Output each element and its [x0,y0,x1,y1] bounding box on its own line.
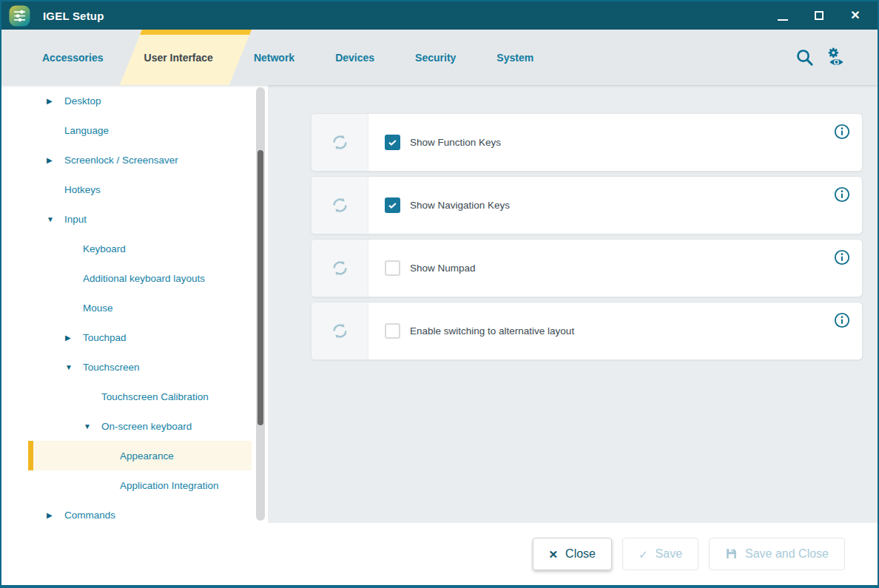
sidebar-item-label: Desktop [64,95,101,107]
setting-main: Show Navigation Keys [368,177,822,234]
sidebar-item-label: Mouse [83,303,113,314]
settings-panel: Show Function Keys [268,85,878,523]
reset-icon[interactable] [330,195,350,215]
search-icon[interactable] [795,47,815,67]
setting-main: Show Numpad [368,240,822,297]
sidebar-item-label: Touchscreen Calibration [101,391,209,402]
expand-arrow-icon[interactable]: ▶ [47,156,64,164]
sidebar-item-label: Application Integration [120,480,219,491]
tab-security[interactable]: Security [415,52,456,64]
setting-label: Enable switching to alternative layout [410,325,574,337]
checkbox-show-function-keys[interactable] [385,135,400,150]
sidebar-item-mouse[interactable]: Mouse [28,293,252,322]
sidebar-item-label: Hotkeys [64,184,101,195]
info-icon[interactable] [834,186,850,203]
setting-row-show-function-keys: Show Function Keys [311,113,863,172]
setting-row-enable-alternative-layout: Enable switching to alternative layout [311,302,863,360]
app-logo-icon [9,5,30,27]
save-and-close-button[interactable]: Save and Close [709,538,845,570]
tab-user-interface[interactable]: User Interface [144,52,213,64]
sidebar-item-label: Appearance [120,450,174,462]
setting-row-show-navigation-keys: Show Navigation Keys [311,176,863,234]
sidebar-item-keyboard[interactable]: Keyboard [28,234,252,263]
reset-section [311,240,368,297]
tab-network[interactable]: Network [254,52,294,64]
save-button[interactable]: ✓ Save [622,538,698,570]
checkbox-enable-alternative-layout[interactable] [385,323,400,339]
sidebar-item-additional-keyboard-layouts[interactable]: Additional keyboard layouts [28,263,252,293]
setting-main: Show Function Keys [368,114,822,171]
setting-row-show-numpad: Show Numpad [311,239,863,297]
footer-button-bar: ✕ Close ✓ Save Save and Close [1,523,878,585]
info-icon[interactable] [834,124,850,140]
sidebar-item-label: Commands [64,510,115,521]
expand-arrow-icon[interactable]: ▶ [47,511,64,519]
sidebar-item-label: Keyboard [83,243,126,254]
tab-system[interactable]: System [496,52,533,64]
info-icon[interactable] [834,249,850,266]
info-icon[interactable] [834,312,850,328]
sidebar-item-commands[interactable]: ▶ Commands [28,500,252,530]
sidebar-scrollbar-track[interactable] [256,87,265,521]
sidebar-item-label: Touchscreen [83,362,140,373]
info-section [822,240,862,297]
check-icon: ✓ [639,549,648,560]
checkbox-show-numpad[interactable] [385,260,400,276]
info-section [822,114,862,171]
sidebar-item-hotkeys[interactable]: Hotkeys [28,175,252,204]
expand-arrow-icon[interactable]: ▶ [65,334,83,342]
save-button-label: Save [656,547,682,561]
tab-accessories[interactable]: Accessories [42,52,104,64]
sidebar-item-label: Language [64,125,109,136]
sidebar-item-touchscreen[interactable]: ▼ Touchscreen [28,352,252,382]
reset-section [311,177,368,234]
main-tab-bar: Accessories User Interface Network Devic… [1,30,878,85]
checkbox-show-navigation-keys[interactable] [385,197,400,213]
collapse-arrow-icon[interactable]: ▼ [84,422,101,430]
sidebar-item-touchpad[interactable]: ▶ Touchpad [28,322,252,352]
sidebar-item-touchscreen-calibration[interactable]: Touchscreen Calibration [28,382,252,411]
sidebar-item-label: On-screen keyboard [101,421,192,432]
setting-main: Enable switching to alternative layout [368,303,822,359]
close-x-icon: ✕ [549,549,559,560]
close-button-label: Close [565,547,596,561]
reset-icon[interactable] [330,258,350,278]
igel-setup-window: IGEL Setup ✕ Accessories User Interface … [0,0,879,588]
window-title: IGEL Setup [43,10,104,22]
save-icon [725,547,738,561]
sidebar-item-label: Additional keyboard layouts [83,273,205,284]
sidebar-scrollbar-thumb[interactable] [257,150,263,425]
sidebar-item-label: Touchpad [83,332,127,343]
tab-devices[interactable]: Devices [335,52,374,64]
sidebar-item-label: Input [64,214,87,225]
minimize-icon[interactable] [777,10,789,21]
sidebar-item-screenlock-screensaver[interactable]: ▶ Screenlock / Screensaver [28,145,252,175]
reset-section [311,114,368,171]
sidebar-item-language[interactable]: Language [28,115,252,145]
sidebar-item-appearance[interactable]: Appearance [28,441,252,470]
info-section [822,303,862,359]
sidebar-item-input[interactable]: ▼ Input [28,204,252,234]
settings-eye-icon[interactable] [825,46,848,69]
save-and-close-button-label: Save and Close [745,547,829,561]
reset-icon[interactable] [330,132,350,152]
setting-label: Show Function Keys [410,137,501,148]
sidebar-item-label: Screenlock / Screensaver [64,155,178,166]
sidebar-item-desktop[interactable]: ▶ Desktop [28,86,252,115]
reset-icon[interactable] [330,321,350,341]
close-window-icon[interactable]: ✕ [849,10,861,21]
collapse-arrow-icon[interactable]: ▼ [65,363,83,371]
setting-label: Show Navigation Keys [410,200,510,211]
collapse-arrow-icon[interactable]: ▼ [47,215,64,223]
window-controls: ✕ [777,10,867,21]
setting-label: Show Numpad [410,263,476,274]
main-body: ▶ Desktop Language ▶ Screenlock / Screen… [1,85,878,523]
expand-arrow-icon[interactable]: ▶ [47,97,64,105]
reset-section [311,303,368,359]
sidebar-item-application-integration[interactable]: Application Integration [28,470,252,500]
info-section [822,177,862,234]
sidebar-item-on-screen-keyboard[interactable]: ▼ On-screen keyboard [28,411,252,441]
title-bar: IGEL Setup ✕ [1,1,878,30]
maximize-icon[interactable] [813,10,825,21]
close-button[interactable]: ✕ Close [533,538,612,570]
